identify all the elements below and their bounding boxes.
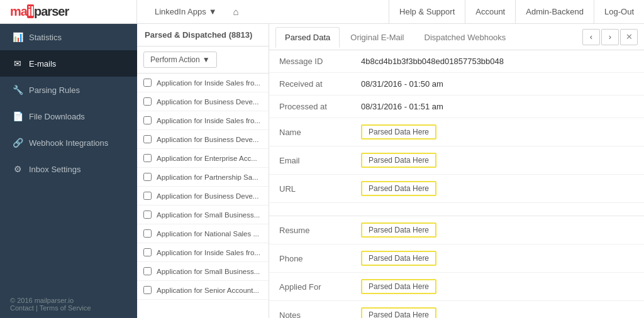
field-label: URL — [269, 175, 351, 203]
tab-dispatched-webhooks[interactable]: Dispatched Webhooks — [415, 27, 516, 48]
sidebar-item-label: Inbox Settings — [29, 165, 80, 174]
email-item-text: Application for Inside Sales fro... — [157, 79, 260, 87]
email-checkbox[interactable] — [143, 286, 152, 294]
sidebar-item-label: File Downloads — [29, 112, 85, 121]
sidebar-item-label: Webhook Integrations — [29, 138, 108, 148]
sidebar-footer: © 2016 mailparser.io Contact | Terms of … — [0, 290, 137, 318]
email-checkbox[interactable] — [143, 267, 152, 275]
field-label: Applied For — [269, 273, 351, 301]
table-row: Email Parsed Data Here — [269, 146, 644, 175]
sidebar-item-inbox-settings[interactable]: ⚙ Inbox Settings — [0, 156, 137, 182]
table-row: Resume Parsed Data Here — [269, 216, 644, 244]
email-item-text: Application for National Sales ... — [157, 230, 259, 238]
terms-link[interactable]: Terms of Service — [40, 304, 91, 312]
close-icon: ✕ — [626, 32, 633, 41]
home-button[interactable]: ⌂ — [227, 4, 245, 19]
list-item[interactable]: Application for National Sales ... — [137, 224, 269, 243]
list-item[interactable]: Application for Senior Account... — [137, 281, 269, 300]
list-item[interactable]: Application for Partnership Sa... — [137, 168, 269, 187]
list-item[interactable]: Application for Small Business... — [137, 206, 269, 224]
parsed-data-badge: Parsed Data Here — [361, 124, 436, 140]
table-row: Phone Parsed Data Here — [269, 244, 644, 273]
detail-panel: Parsed Data Original E-Mail Dispatched W… — [269, 24, 644, 318]
perform-action-dropdown-icon: ▼ — [203, 55, 210, 64]
prev-button[interactable]: ‹ — [582, 29, 600, 45]
help-support-nav[interactable]: Help & Support — [389, 0, 465, 23]
next-button[interactable]: › — [601, 29, 619, 45]
field-value: Parsed Data Here — [351, 244, 644, 273]
contact-link[interactable]: Contact — [10, 304, 34, 312]
field-value: Parsed Data Here — [351, 216, 644, 244]
nav-center: LinkedIn Apps ▼ ⌂ — [137, 4, 389, 19]
parsed-data-badge: Parsed Data Here — [361, 181, 436, 196]
footer-links: Contact | Terms of Service — [10, 304, 127, 312]
dropdown-icon: ▼ — [209, 7, 217, 16]
list-item[interactable]: Application for Inside Sales fro... — [137, 74, 269, 92]
table-row: Notes Parsed Data Here — [269, 301, 644, 319]
webhook-icon: 🔗 — [13, 138, 23, 148]
email-checkbox[interactable] — [143, 229, 152, 238]
table-row: Message ID 4b8cd4b1b3f3bb048ed01857753bb… — [269, 50, 644, 73]
field-value: Parsed Data Here — [351, 273, 644, 301]
perform-action-button[interactable]: Perform Action ▼ — [143, 52, 217, 68]
logout-nav[interactable]: Log-Out — [594, 0, 644, 23]
email-checkbox[interactable] — [143, 154, 152, 162]
close-button[interactable]: ✕ — [620, 29, 638, 45]
list-item[interactable]: Application for Business Deve... — [137, 130, 269, 149]
list-item[interactable]: Application for Inside Sales fro... — [137, 243, 269, 262]
email-checkbox[interactable] — [143, 116, 152, 124]
tab-parsed-data[interactable]: Parsed Data — [275, 27, 340, 48]
copyright: © 2016 mailparser.io — [10, 297, 127, 304]
list-item[interactable]: Application for Enterprise Acc... — [137, 149, 269, 168]
list-item[interactable]: Application for Business Deve... — [137, 92, 269, 111]
email-list: Application for Inside Sales fro... Appl… — [137, 74, 269, 318]
parsed-data-badge: Parsed Data Here — [361, 222, 436, 238]
email-item-text: Application for Business Deve... — [157, 136, 258, 143]
sidebar-item-file-downloads[interactable]: 📄 File Downloads — [0, 103, 137, 129]
field-label: Resume — [269, 216, 351, 244]
table-row: Applied For Parsed Data Here — [269, 273, 644, 301]
sidebar-item-label: Parsing Rules — [29, 85, 80, 95]
linkedin-apps-label: LinkedIn Apps — [155, 7, 206, 16]
file-downloads-icon: 📄 — [13, 111, 23, 121]
email-list-panel: Parsed & Dispatched (8813) Perform Actio… — [137, 24, 269, 318]
tab-original-email[interactable]: Original E-Mail — [341, 27, 413, 48]
table-row: Name Parsed Data Here — [269, 118, 644, 146]
sidebar-item-label: Statistics — [29, 33, 62, 42]
sidebar-item-webhook-integrations[interactable]: 🔗 Webhook Integrations — [0, 129, 137, 156]
email-item-text: Application for Senior Account... — [157, 287, 259, 294]
email-checkbox[interactable] — [143, 248, 152, 256]
field-label: Name — [269, 118, 351, 146]
sidebar: 📊 Statistics ✉ E-mails 🔧 Parsing Rules 📄… — [0, 24, 137, 318]
email-checkbox[interactable] — [143, 79, 152, 87]
table-row-gap — [269, 203, 644, 216]
list-item[interactable]: Application for Business Deve... — [137, 187, 269, 206]
field-label: Message ID — [269, 50, 351, 73]
sidebar-item-parsing-rules[interactable]: 🔧 Parsing Rules — [0, 77, 137, 103]
field-label: Email — [269, 146, 351, 175]
email-checkbox[interactable] — [143, 97, 152, 106]
email-checkbox[interactable] — [143, 211, 152, 219]
next-icon: › — [609, 32, 611, 41]
sidebar-item-statistics[interactable]: 📊 Statistics — [0, 24, 137, 50]
account-nav[interactable]: Account — [465, 0, 515, 23]
list-item[interactable]: Application for Inside Sales fro... — [137, 111, 269, 130]
admin-backend-nav[interactable]: Admin-Backend — [515, 0, 594, 23]
field-value: Parsed Data Here — [351, 175, 644, 203]
email-checkbox[interactable] — [143, 135, 152, 143]
list-item[interactable]: Application for Small Business... — [137, 262, 269, 281]
detail-content: Message ID 4b8cd4b1b3f3bb048ed01857753bb… — [269, 50, 644, 318]
emails-icon: ✉ — [13, 58, 23, 69]
email-item-text: Application for Enterprise Acc... — [157, 155, 257, 162]
linkedin-apps-btn[interactable]: LinkedIn Apps ▼ — [150, 4, 222, 19]
field-value: 08/31/2016 - 01:50 am — [351, 73, 644, 96]
main-layout: 📊 Statistics ✉ E-mails 🔧 Parsing Rules 📄… — [0, 24, 644, 318]
email-checkbox[interactable] — [143, 173, 152, 181]
logo: mailparser — [0, 0, 137, 23]
email-checkbox[interactable] — [143, 192, 152, 200]
statistics-icon: 📊 — [13, 32, 23, 42]
field-value: Parsed Data Here — [351, 301, 644, 319]
email-item-text: Application for Business Deve... — [157, 98, 258, 106]
perform-action-label: Perform Action — [150, 55, 200, 64]
sidebar-item-emails[interactable]: ✉ E-mails — [0, 50, 137, 77]
